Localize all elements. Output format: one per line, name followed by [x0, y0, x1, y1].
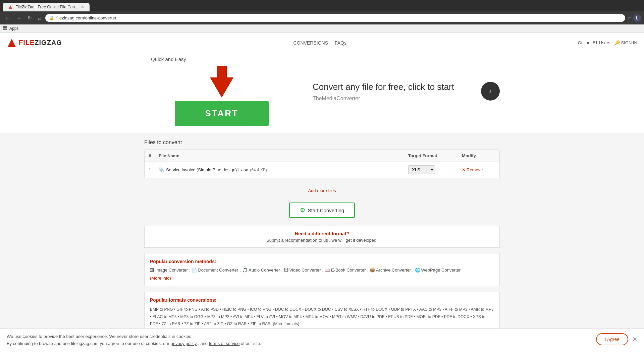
gear-icon: ⚙ — [300, 207, 305, 214]
format-select-wrapper: XLS CSV PDF HTML ODS — [408, 165, 462, 174]
webpage-converter-link[interactable]: 🌐 WebPage Converter — [415, 268, 461, 273]
url-input[interactable] — [56, 15, 621, 20]
cookie-content: We use cookies to provide the best user … — [7, 333, 589, 347]
ebook-icon: 📖 — [325, 268, 330, 273]
webpage-icon: 🌐 — [415, 268, 420, 273]
video-icon: 🎞 — [284, 268, 288, 273]
table-header: # File Name Target Format Modify — [145, 150, 499, 162]
svg-rect-6 — [11, 43, 13, 47]
files-section-title: Files to convert: — [144, 139, 500, 145]
file-attachment-icon: 📎 — [159, 167, 164, 172]
popular-conversion-section: Popular conversion methods: 🖼 Image Conv… — [144, 253, 500, 286]
nav-right: Online: 81 Users 🔑 SIGN IN — [578, 40, 637, 45]
file-size: (64.4 KB) — [250, 168, 267, 172]
svg-marker-0 — [9, 5, 12, 9]
logo-icon — [7, 38, 17, 48]
active-tab: FileZigZag | Free Online File Con... ✕ — [3, 3, 90, 11]
image-converter-link[interactable]: 🖼 Image Converter — [150, 268, 188, 273]
file-row-num: 1 — [149, 167, 159, 172]
privacy-policy-link[interactable]: privacy policy — [171, 341, 197, 346]
svg-rect-2 — [5, 26, 7, 28]
start-converting-label: Start Converting — [308, 208, 344, 213]
remove-label: Remove — [467, 167, 483, 172]
cookie-agree-button[interactable]: I Agree — [596, 333, 628, 345]
hero-section: Quick and Easy START Convert any file fo… — [0, 53, 644, 133]
table-row: 1 📎 Service invoice (Simple Blue design)… — [145, 162, 499, 178]
document-converter-link[interactable]: 📄 Document Converter — [192, 268, 238, 273]
cookie-text-2: By continuing to browse and use filezigz… — [7, 340, 589, 347]
popular-formats-title: Popular formats conversions: — [150, 297, 494, 303]
svg-rect-4 — [5, 28, 7, 30]
audio-icon: 🎵 — [242, 268, 248, 273]
audio-converter-link[interactable]: 🎵 Audio Converter — [242, 268, 280, 273]
add-files-row: Add more files — [144, 184, 500, 197]
add-more-files-link[interactable]: Add more files — [308, 188, 336, 193]
different-format-text: Submit a recommendation to us , we will … — [149, 238, 495, 243]
browser-tabs: FileZigZag | Free Online File Con... ✕ + — [0, 0, 644, 11]
popular-links: 🖼 Image Converter , 📄 Document Converter… — [150, 268, 494, 273]
logo-text: FILEZIGZAG — [19, 39, 62, 47]
remove-icon: ✕ — [462, 167, 466, 172]
hero-next-button[interactable]: › — [481, 82, 500, 101]
file-name: 📎 Service invoice (Simple Blue design)1.… — [159, 167, 408, 172]
popular-conversion-title: Popular conversion methods: — [150, 259, 494, 264]
tab-close-button[interactable]: ✕ — [81, 5, 84, 9]
red-arrow-icon — [205, 64, 238, 101]
format-select[interactable]: XLS CSV PDF HTML ODS — [408, 165, 435, 174]
hero-subtitle: TheMediaConverter — [313, 96, 468, 102]
col-format: Target Format — [408, 153, 462, 158]
popular-formats-text: BMP to PNG • GIF to PNG • AI to PSD • HE… — [150, 306, 494, 328]
online-users: Online: 81 Users — [578, 40, 610, 45]
navbar: FILEZIGZAG CONVERSIONS FAQs Online: 81 U… — [0, 33, 644, 53]
svg-marker-7 — [210, 66, 233, 98]
ebook-converter-link[interactable]: 📖 E-Book Converter — [325, 268, 366, 273]
hero-start-area: START — [175, 64, 269, 126]
address-bar[interactable]: 🔒 — [45, 14, 625, 22]
lock-icon: 🔒 — [49, 16, 54, 20]
start-converting-button[interactable]: ⚙ Start Converting — [289, 202, 355, 218]
convert-btn-row: ⚙ Start Converting — [144, 202, 500, 218]
different-format-box: Need a different format? Submit a recomm… — [144, 226, 500, 248]
apps-bar: Apps — [0, 24, 644, 33]
forward-button[interactable]: → — [14, 14, 23, 22]
back-button[interactable]: ← — [3, 14, 12, 22]
cookie-bar: We use cookies to provide the best user … — [0, 328, 644, 352]
tab-title: FileZigZag | Free Online File Con... — [15, 5, 78, 9]
remove-file-button[interactable]: ✕ Remove — [462, 167, 495, 172]
bookmark-button[interactable]: ☆ — [627, 15, 631, 20]
hero-inner: Quick and Easy START Convert any file fo… — [138, 53, 506, 133]
faqs-link[interactable]: FAQs — [335, 40, 346, 46]
sign-in-button[interactable]: 🔑 SIGN IN — [614, 40, 637, 45]
browser-toolbar: ← → ↻ ⌂ 🔒 ☆ L — [0, 11, 644, 24]
cookie-close-button[interactable]: ✕ — [632, 336, 637, 343]
sign-in-icon: 🔑 — [614, 40, 620, 45]
archive-icon: 📦 — [370, 268, 375, 273]
browser-chrome: FileZigZag | Free Online File Con... ✕ +… — [0, 0, 644, 33]
conversions-link[interactable]: CONVERSIONS — [293, 40, 328, 46]
archive-converter-link[interactable]: 📦 Archive Converter — [370, 268, 411, 273]
hero-right: Convert any file for free, click to star… — [313, 81, 468, 102]
hero-title: Convert any file for free, click to star… — [313, 81, 468, 93]
apps-label: Apps — [9, 26, 18, 31]
home-button[interactable]: ⌂ — [36, 14, 43, 22]
col-modify: Modify — [462, 153, 495, 158]
new-tab-button[interactable]: + — [90, 4, 99, 11]
logo[interactable]: FILEZIGZAG — [7, 38, 62, 48]
start-button[interactable]: START — [175, 101, 269, 126]
video-converter-link[interactable]: 🎞 Video Converter — [284, 268, 321, 273]
profile-avatar: L — [633, 14, 641, 22]
filename-text: Service invoice (Simple Blue design)1.xl… — [166, 167, 248, 172]
cookie-text-1: We use cookies to provide the best user … — [7, 333, 589, 340]
recommendation-link[interactable]: Submit a recommendation to us — [266, 238, 328, 243]
col-filename: File Name — [159, 153, 408, 158]
col-num: # — [149, 153, 159, 158]
terms-of-service-link[interactable]: terms of service — [209, 341, 240, 346]
hero-left: Quick and Easy START — [144, 56, 299, 126]
reload-button[interactable]: ↻ — [25, 13, 34, 22]
main-content: Files to convert: # File Name Target For… — [138, 133, 506, 352]
document-icon: 📄 — [192, 268, 197, 273]
hero-label: Quick and Easy — [144, 56, 186, 62]
apps-grid-icon — [3, 26, 8, 31]
more-info-link[interactable]: (More info) — [150, 276, 171, 281]
more-formats-link[interactable]: (More formats) — [273, 321, 299, 326]
